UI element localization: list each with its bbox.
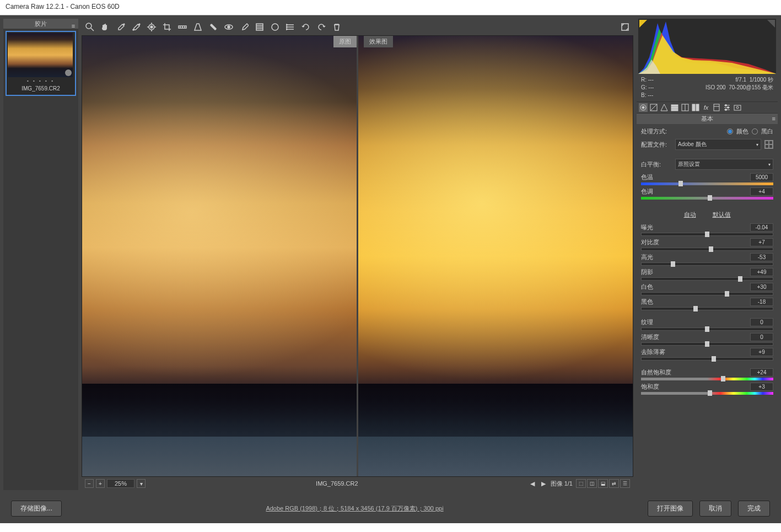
dehaze-value-input[interactable] bbox=[750, 348, 773, 356]
compare-swap[interactable]: ⇄ bbox=[609, 479, 619, 488]
clarity-value-input[interactable] bbox=[750, 333, 773, 341]
compare-mode-1[interactable]: ⬚ bbox=[576, 479, 586, 488]
shadows-slider[interactable] bbox=[641, 277, 773, 281]
crop-icon[interactable] bbox=[162, 22, 172, 32]
temp-slider[interactable] bbox=[641, 182, 773, 185]
straighten-icon[interactable] bbox=[177, 22, 187, 32]
rotate-cw-icon[interactable] bbox=[316, 22, 326, 32]
status-bar: − + 25% ▾ IMG_7659.CR2 ◀ ▶ 图像 1/1 ⬚ ◫ ⬓ … bbox=[82, 477, 633, 490]
vibrance-slider[interactable] bbox=[641, 378, 773, 380]
clarity-slider[interactable] bbox=[641, 342, 773, 346]
blacks-slider-row: 黑色 bbox=[641, 298, 773, 310]
dehaze-slider[interactable] bbox=[641, 357, 773, 361]
contrast-slider-row: 对比度 bbox=[641, 238, 773, 251]
texture-slider[interactable] bbox=[641, 327, 773, 331]
blacks-label: 黑色 bbox=[641, 298, 653, 306]
tab-curve-icon[interactable] bbox=[649, 103, 658, 112]
tint-slider[interactable] bbox=[641, 197, 773, 200]
filmstrip-menu-icon[interactable]: ≡ bbox=[71, 21, 76, 25]
highlights-slider[interactable] bbox=[641, 262, 773, 266]
rating-dots[interactable]: • • • • • bbox=[8, 77, 74, 84]
svg-rect-36 bbox=[696, 104, 699, 111]
tint-value-input[interactable] bbox=[750, 187, 773, 196]
cancel-button[interactable]: 取消 bbox=[699, 501, 731, 517]
redeye-icon[interactable] bbox=[224, 22, 234, 32]
wb-select[interactable]: 原照设置▾ bbox=[675, 159, 773, 170]
tab-hsl-icon[interactable] bbox=[670, 103, 679, 112]
highlight-clip-icon[interactable] bbox=[767, 20, 775, 28]
target-adjust-icon[interactable] bbox=[147, 22, 157, 32]
tab-calib-icon[interactable] bbox=[712, 103, 721, 112]
vibrance-value-input[interactable] bbox=[750, 368, 773, 377]
texture-value-input[interactable] bbox=[750, 318, 773, 326]
tab-basic-icon[interactable] bbox=[639, 103, 648, 112]
thumbnail[interactable]: • • • • • IMG_7659.CR2 bbox=[6, 31, 76, 96]
tab-detail-icon[interactable] bbox=[660, 103, 669, 112]
fullscreen-icon[interactable] bbox=[620, 22, 630, 32]
svg-point-46 bbox=[736, 106, 739, 109]
zoom-level[interactable]: 25% bbox=[107, 479, 134, 488]
default-button[interactable]: 默认值 bbox=[713, 211, 731, 219]
shadows-value-input[interactable] bbox=[750, 268, 773, 276]
contrast-slider[interactable] bbox=[641, 248, 773, 251]
trash-icon[interactable] bbox=[332, 22, 342, 32]
svg-point-43 bbox=[728, 107, 729, 109]
eyedropper-sample-icon[interactable] bbox=[131, 22, 141, 32]
zoom-out-button[interactable]: − bbox=[85, 479, 94, 488]
view-split-icon[interactable] bbox=[286, 22, 295, 32]
spot-heal-icon[interactable] bbox=[208, 22, 218, 32]
gradient-radial-icon[interactable] bbox=[270, 22, 280, 32]
svg-point-24 bbox=[286, 26, 287, 28]
done-button[interactable]: 完成 bbox=[738, 501, 770, 517]
profile-browser-icon[interactable] bbox=[764, 140, 773, 149]
treatment-bw-radio[interactable] bbox=[752, 128, 758, 135]
tab-fx-icon[interactable]: fx bbox=[702, 103, 710, 112]
eyedropper-wb-icon[interactable] bbox=[116, 22, 126, 32]
compare-mode-3[interactable]: ⬓ bbox=[598, 479, 608, 488]
tab-snapshots-icon[interactable] bbox=[733, 103, 742, 112]
blacks-value-input[interactable] bbox=[750, 298, 773, 306]
whites-slider[interactable] bbox=[641, 292, 773, 295]
footer: 存储图像... Adobe RGB (1998)；8 位；5184 x 3456… bbox=[0, 493, 781, 523]
wb-label: 白平衡: bbox=[641, 160, 672, 169]
zoom-dropdown[interactable]: ▾ bbox=[137, 479, 146, 488]
temp-value-input[interactable] bbox=[750, 173, 773, 181]
svg-point-44 bbox=[725, 109, 727, 111]
brush-icon[interactable] bbox=[239, 22, 249, 32]
zoom-in-button[interactable]: + bbox=[96, 479, 105, 488]
shadow-clip-icon[interactable] bbox=[639, 20, 647, 28]
histogram[interactable] bbox=[638, 19, 776, 74]
blacks-slider[interactable] bbox=[641, 307, 773, 310]
workflow-options-link[interactable]: Adobe RGB (1998)；8 位；5184 x 3456 (17.9 百… bbox=[68, 504, 641, 513]
rotate-ccw-icon[interactable] bbox=[301, 22, 311, 32]
panel-menu-icon[interactable]: ≡ bbox=[772, 115, 775, 122]
transform-icon[interactable] bbox=[193, 22, 203, 32]
tab-lens-icon[interactable] bbox=[691, 103, 700, 112]
zoom-icon[interactable] bbox=[85, 22, 95, 32]
tab-split-icon[interactable] bbox=[681, 103, 690, 112]
gradient-linear-icon[interactable] bbox=[255, 22, 265, 32]
exposure-slider[interactable] bbox=[641, 233, 773, 236]
info-readout: R: --- G: --- B: --- f/7.1 1/1000 秒 ISO … bbox=[637, 74, 778, 101]
tab-presets-icon[interactable] bbox=[723, 103, 731, 112]
treatment-color-radio[interactable] bbox=[727, 128, 733, 135]
saturation-slider[interactable] bbox=[641, 392, 773, 395]
contrast-value-input[interactable] bbox=[750, 238, 773, 246]
hand-icon[interactable] bbox=[100, 22, 110, 32]
prev-image-button[interactable]: ◀ bbox=[529, 480, 536, 487]
save-image-button[interactable]: 存储图像... bbox=[11, 501, 62, 517]
next-image-button[interactable]: ▶ bbox=[540, 480, 547, 487]
profile-select[interactable]: Adobe 颜色▾ bbox=[675, 139, 761, 150]
highlights-value-input[interactable] bbox=[750, 253, 773, 261]
whites-value-input[interactable] bbox=[750, 283, 773, 291]
open-image-button[interactable]: 打开图像 bbox=[648, 501, 693, 517]
preview-area[interactable]: 原图 效果图 bbox=[82, 35, 633, 477]
svg-point-14 bbox=[228, 26, 230, 28]
compare-mode-2[interactable]: ◫ bbox=[587, 479, 597, 488]
after-label: 效果图 bbox=[364, 36, 393, 47]
shadows-label: 阴影 bbox=[641, 268, 653, 276]
settings-icon[interactable]: ☰ bbox=[620, 479, 630, 488]
saturation-value-input[interactable] bbox=[750, 383, 773, 391]
auto-button[interactable]: 自动 bbox=[684, 211, 696, 219]
exposure-value-input[interactable] bbox=[750, 223, 773, 232]
